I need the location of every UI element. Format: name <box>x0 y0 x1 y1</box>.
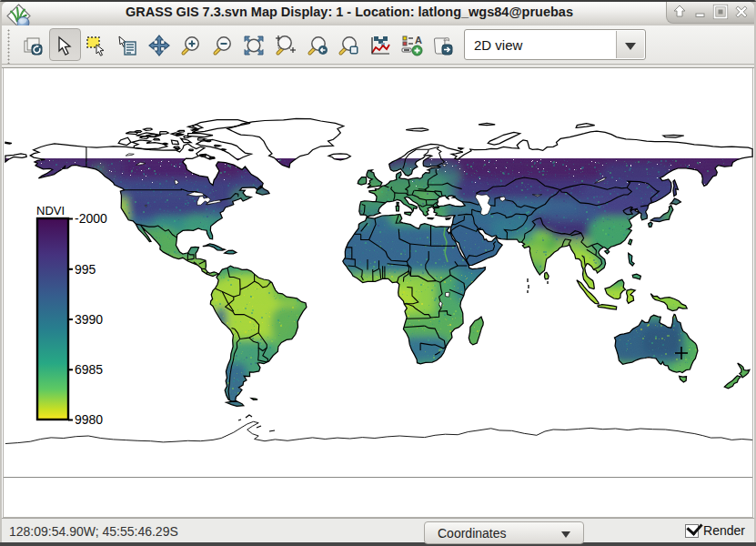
svg-text:3990: 3990 <box>75 312 103 327</box>
svg-text:-2000: -2000 <box>75 211 107 226</box>
svg-text:6985: 6985 <box>75 362 103 377</box>
svg-text:9980: 9980 <box>75 412 103 427</box>
svg-text:NDVI: NDVI <box>36 204 65 217</box>
svg-text:995: 995 <box>75 262 96 277</box>
